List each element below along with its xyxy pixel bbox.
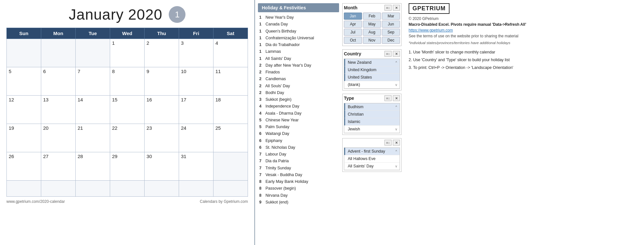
month-slicer-icons: ≡↕ ✕ [384,5,400,11]
month-btn[interactable]: Jan [344,13,362,20]
calendar-cell[interactable] [7,39,41,67]
calendar-cell[interactable]: 16 [145,96,179,124]
info-panel: GPETRIUM © 2020 GPetrium Macro-Disabled … [403,0,644,245]
calendar-cell[interactable]: 19 [7,124,41,152]
calendar-cell[interactable]: 29 [110,152,144,181]
calendar-weekday-header: Mon [41,28,75,39]
calendar-cell[interactable] [41,181,75,197]
month-btn[interactable]: Jun [382,21,400,28]
calendar-cell[interactable]: 8 [110,67,144,96]
calendar-cell[interactable]: 1 [110,39,144,67]
calendar-cell[interactable]: 27 [41,152,75,181]
type-item[interactable]: Jewishv [344,126,400,133]
list-item: 4 Independence Day [259,103,339,110]
calendar-cell[interactable]: 31 [179,152,213,181]
calendar-cell[interactable] [179,181,213,197]
calendar-cell[interactable]: 21 [76,124,110,152]
calendar-cell[interactable]: 10 [179,67,213,96]
month-btn[interactable]: Jul [344,29,362,36]
calendar-cell[interactable]: 24 [179,124,213,152]
month-btn[interactable]: Sep [382,29,400,36]
type-item[interactable]: Budhism^ [344,103,400,111]
info-link[interactable]: https://www.gpetrium.com [409,28,639,33]
calendar-weekday-header: Sun [7,28,41,39]
gpetrium-logo: GPETRIUM [409,3,450,14]
calendar-cell[interactable]: 14 [76,96,110,124]
instruction-line: 3. To print: Ctrl+P -> Orientation -> 'L… [409,64,639,72]
calendar-cell[interactable]: 30 [145,152,179,181]
calendar-cell[interactable] [213,181,248,197]
calendar-cell[interactable]: 17 [179,96,213,124]
calendar-cell[interactable]: 22 [110,124,144,152]
type-slicer-sort-btn[interactable]: ≡↕ [384,95,392,101]
calendar-cell[interactable] [7,181,41,197]
country-slicer-sort-btn[interactable]: ≡↕ [384,51,392,57]
list-item: 1 Queen's Birthday [259,28,339,35]
list-item: 8 Early May Bank Holiday [259,178,339,185]
country-item[interactable]: United States [344,74,400,81]
month-btn[interactable]: Feb [363,13,381,20]
calendar-cell[interactable]: 20 [41,124,75,152]
calendar-cell[interactable]: 23 [145,124,179,152]
holiday-name-item[interactable]: All Hallows Eve [344,155,400,163]
calendar-cell[interactable]: 6 [41,67,75,96]
calendar-cell[interactable]: 11 [213,67,248,96]
list-item: 7 Labour Day [259,151,339,158]
calendar-cell[interactable]: 4 [213,39,248,67]
calendar-cell[interactable] [213,152,248,181]
month-btn[interactable]: Nov [363,37,381,44]
month-btn[interactable]: Oct [344,37,362,44]
calendar-cell[interactable] [76,181,110,197]
type-slicer-clear-btn[interactable]: ✕ [393,95,400,101]
calendar-header: January 2020 1 [6,3,248,23]
calendar-cell[interactable]: 26 [7,152,41,181]
month-slicer-sort-btn[interactable]: ≡↕ [384,5,392,11]
type-slicer-icons: ≡↕ ✕ [384,95,400,101]
calendar-cell[interactable]: 2 [145,39,179,67]
calendar-cell[interactable]: 28 [76,152,110,181]
holiday-name-item[interactable]: All Saints' Dayv [344,163,400,170]
month-btn[interactable]: May [363,21,381,28]
list-item: 1 New Year's Day [259,14,339,21]
calendar-cell[interactable] [76,39,110,67]
list-item: 4 Asala - Dharma Day [259,110,339,117]
section-divider [254,0,255,245]
month-btn[interactable]: Aug [363,29,381,36]
list-item: 6 Epiphany [259,137,339,144]
calendar-cell[interactable]: 13 [41,96,75,124]
list-item: 1 Lammas [259,48,339,55]
list-item: 8 Passover (begin) [259,185,339,192]
holiday-name-list[interactable]: Advent - first Sunday^All Hallows EveAll… [344,147,400,170]
calendar-cell[interactable]: 18 [213,96,248,124]
calendar-cell[interactable]: 3 [179,39,213,67]
calendar-cell[interactable]: 9 [145,67,179,96]
month-btn[interactable]: Dec [382,37,400,44]
country-list[interactable]: New Zealand^United KingdomUnited States(… [344,59,400,89]
country-slicer-clear-btn[interactable]: ✕ [393,51,400,57]
calendar-cell[interactable]: 15 [110,96,144,124]
holiday-name-item[interactable]: Advent - first Sunday^ [344,148,400,155]
country-item[interactable]: (blank)v [344,81,400,89]
calendar-cell[interactable]: 5 [7,67,41,96]
calendar-cell[interactable] [41,39,75,67]
holiday-name-slicer-sort-btn[interactable]: ≡↕ [384,140,392,146]
month-slicer-clear-btn[interactable]: ✕ [393,5,400,11]
list-item: 2 Day after New Year's Day [259,62,339,69]
calendar-title: January 2020 [69,6,163,23]
type-list[interactable]: Budhism^ChristianIslamicJewishv [344,103,400,133]
calendar-cell[interactable]: 7 [76,67,110,96]
calendar-cell[interactable] [145,181,179,197]
calendar-weekday-header: Tue [76,28,110,39]
calendar-cell[interactable]: 12 [7,96,41,124]
calendar-cell[interactable] [110,181,144,197]
list-item: 2 Candlemas [259,76,339,82]
month-slicer-header: Month ≡↕ ✕ [344,5,400,11]
calendar-cell[interactable]: 25 [213,124,248,152]
type-item[interactable]: Islamic [344,118,400,126]
month-btn[interactable]: Mar [382,13,400,20]
country-item[interactable]: United Kingdom [344,66,400,74]
country-item[interactable]: New Zealand^ [344,59,400,66]
type-item[interactable]: Christian [344,111,400,118]
holiday-name-slicer-clear-btn[interactable]: ✕ [393,140,400,146]
month-btn[interactable]: Apr [344,21,362,28]
